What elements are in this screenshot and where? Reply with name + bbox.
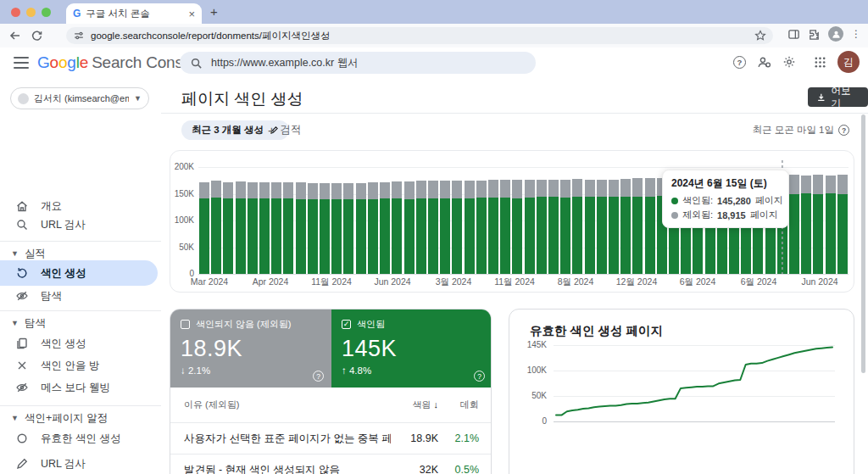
circle-icon xyxy=(15,432,29,445)
sidebar-item-label: 탐색 xyxy=(41,289,62,304)
back-icon[interactable] xyxy=(8,29,22,42)
col-reason-header[interactable]: 이유 (제외됨) xyxy=(184,399,391,411)
not-indexed-card[interactable]: 색인되지 않음 (제외됨) 18.9K ↓ 2.1% ? xyxy=(170,309,331,388)
sidebar-item-label: 메스 보다 웰빙 xyxy=(41,381,110,395)
y-tick-label: 200K xyxy=(170,162,194,171)
table-row[interactable]: 사용자가 선택한 표준 페이지가 없는 중복 페이지 18.9K 2.1% xyxy=(170,423,492,454)
page-title: 페이지 색인 생성 xyxy=(181,88,303,110)
property-search-box[interactable]: https://www.example.co.kr 웹서 xyxy=(180,52,536,74)
site-info-icon[interactable] xyxy=(73,30,85,42)
y-tick-label: 150K xyxy=(170,189,194,198)
header-icons: ? 김 xyxy=(733,51,860,73)
pct-cell: 0.5% xyxy=(438,464,479,474)
scrollbar-thumb[interactable] xyxy=(861,114,865,373)
indexed-delta: ↑ 4.8% xyxy=(342,365,482,376)
extensions-puzzle-icon[interactable] xyxy=(808,28,821,41)
settings-gear-icon[interactable] xyxy=(782,55,796,69)
help-icon[interactable]: ? xyxy=(313,371,324,382)
reload-icon[interactable] xyxy=(31,30,43,42)
sidebar-item-valid-pages[interactable]: 유효한 색인 생성 xyxy=(0,427,158,449)
sidebar-item-label: 색인 안을 방 xyxy=(41,359,99,373)
home-icon xyxy=(15,199,29,213)
sidebar-item-wellbeing[interactable]: 메스 보다 웰빙 xyxy=(0,376,158,399)
sidebar-section-index-pages[interactable]: ▼ 색인+페이지 알정 xyxy=(11,409,155,427)
help-icon[interactable]: ? xyxy=(474,371,485,382)
last-updated-label: 최근 모곤 마일 1일 xyxy=(753,124,834,137)
help-icon[interactable]: ? xyxy=(733,56,746,69)
excluded-dot-icon xyxy=(671,212,678,219)
chevron-down-icon: ▼ xyxy=(134,94,142,103)
sidebar-item-not-indexed[interactable]: 색인 안을 방 xyxy=(0,354,158,376)
plus-icon: + xyxy=(268,123,275,137)
more-vert-icon[interactable]: ⋮ xyxy=(851,28,861,40)
browser-tab[interactable]: G 구글 서치 콘솔 × xyxy=(66,3,202,24)
caret-down-icon: ▼ xyxy=(11,414,19,422)
url-bar[interactable]: google.searchconsole/report/donments/페이지… xyxy=(66,27,773,44)
valid-pages-card: 유효한 색인 생성 페이지 145K 100K 50K 0 xyxy=(509,309,854,474)
checkbox-checked-icon[interactable]: ✓ xyxy=(342,320,351,329)
minimize-window-button[interactable] xyxy=(26,8,36,17)
sidebar-item-url-inspect-2[interactable]: URL 검사 xyxy=(0,453,158,474)
y-tick-label: 50K xyxy=(170,243,194,252)
property-label: 김서치 (kimsearch@email. xyxy=(34,92,129,105)
sidebar-item-url-inspect[interactable]: URL 검사 xyxy=(0,214,158,236)
browser-profile-avatar[interactable] xyxy=(828,26,843,42)
url-text[interactable]: google.searchconsole/report/donments/페이지… xyxy=(91,30,748,42)
summary-block: 색인되지 않음 (제외됨) 18.9K ↓ 2.1% ? ✓ 색인됨 145K … xyxy=(170,309,492,474)
col-pct-header[interactable]: 데회 xyxy=(438,399,479,411)
excluded-x-icon xyxy=(15,359,29,372)
sidebar-item-indexing-selected[interactable]: 색인 생성 xyxy=(0,260,158,286)
pages-cell: 32K xyxy=(391,464,438,474)
table-row[interactable]: 발견됨 - 현재 색인 생성되지 않음 32K 0.5% xyxy=(170,454,492,474)
indexed-card[interactable]: ✓ 색인됨 145K ↑ 4.8% ? xyxy=(331,309,492,388)
download-icon xyxy=(816,92,826,103)
add-filter-label: 검적 xyxy=(281,123,302,137)
valid-pages-line-chart[interactable] xyxy=(554,340,835,425)
property-selector[interactable]: 김서치 (kimsearch@email. ▼ xyxy=(10,87,149,109)
side-panel-icon[interactable] xyxy=(787,28,800,41)
hamburger-menu-icon[interactable] xyxy=(14,57,29,69)
sidebar-section-label: 탐색 xyxy=(25,316,46,331)
x-tick-label: 6월 2024 xyxy=(667,276,728,288)
search-box-value[interactable]: https://www.example.co.kr 웹서 xyxy=(211,56,359,70)
close-window-button[interactable] xyxy=(11,8,20,17)
y-tick-label: 50K xyxy=(515,391,547,400)
info-help-icon[interactable]: ? xyxy=(838,125,849,136)
col-pages-header[interactable]: 색읨 ↓ xyxy=(391,399,438,411)
valid-pages-title: 유효한 색인 생성 페이지 xyxy=(530,323,663,339)
tooltip-indexed-row: 색인됨: 145,280 페이지 xyxy=(671,194,780,207)
sidebar-item-label: URL 검사 xyxy=(41,218,86,232)
x-tick-label: 11월 2024 xyxy=(301,276,362,288)
fullscreen-window-button[interactable] xyxy=(42,8,51,17)
chart-tooltip: 2024년 6월 15일 (토) 색인됨: 145,280 페이지 제외됨: 1… xyxy=(662,170,789,228)
new-tab-button[interactable]: + xyxy=(210,4,218,19)
indexed-value: 145K xyxy=(342,336,482,362)
pct-cell: 2.1% xyxy=(438,432,479,444)
x-tick-label: Mar 2024 xyxy=(179,276,240,287)
checkbox-unchecked-icon[interactable] xyxy=(181,320,190,329)
manage-users-icon[interactable] xyxy=(757,55,771,70)
sidebar-item-label: 개요 xyxy=(41,199,62,214)
x-tick-label: Jun 2024 xyxy=(362,276,423,287)
tooltip-date: 2024년 6월 15일 (토) xyxy=(671,176,780,191)
caret-down-icon: ▼ xyxy=(11,319,19,327)
sidebar-item-discover[interactable]: 탐색 xyxy=(0,285,158,307)
sidebar-item-indexing-pages[interactable]: 색인 생성 xyxy=(0,332,158,354)
sidebar-item-label: 유효한 색인 생성 xyxy=(41,432,120,446)
export-button-label: 어보기 xyxy=(832,85,860,110)
sidebar-section-crawl[interactable]: ▼ 탐색 xyxy=(11,314,155,332)
bookmark-star-icon[interactable] xyxy=(754,30,766,42)
indexed-label: 색인됨 xyxy=(357,318,385,331)
user-avatar[interactable]: 김 xyxy=(837,51,860,73)
tooltip-excluded-row: 제외됨: 18,915 페이지 xyxy=(671,209,780,221)
sidebar: 김서치 (kimsearch@email. ▼ 개요 URL 검사 ▼ 실적 색… xyxy=(0,78,161,474)
export-button[interactable]: 어보기 xyxy=(808,87,868,107)
add-filter-button[interactable]: + 검적 xyxy=(268,123,302,137)
indexing-chart-card: 200K 150K 100K 50K 0 Mar 2024 Apr 2024 1… xyxy=(170,150,854,293)
search-icon xyxy=(15,218,29,231)
search-icon xyxy=(190,57,203,70)
browser-tabstrip: G 구글 서치 콘솔 × + xyxy=(0,0,868,24)
apps-grid-icon[interactable] xyxy=(814,56,826,69)
tab-close-icon[interactable]: × xyxy=(188,8,195,20)
x-tick-label: Jun 2024 xyxy=(789,276,850,287)
